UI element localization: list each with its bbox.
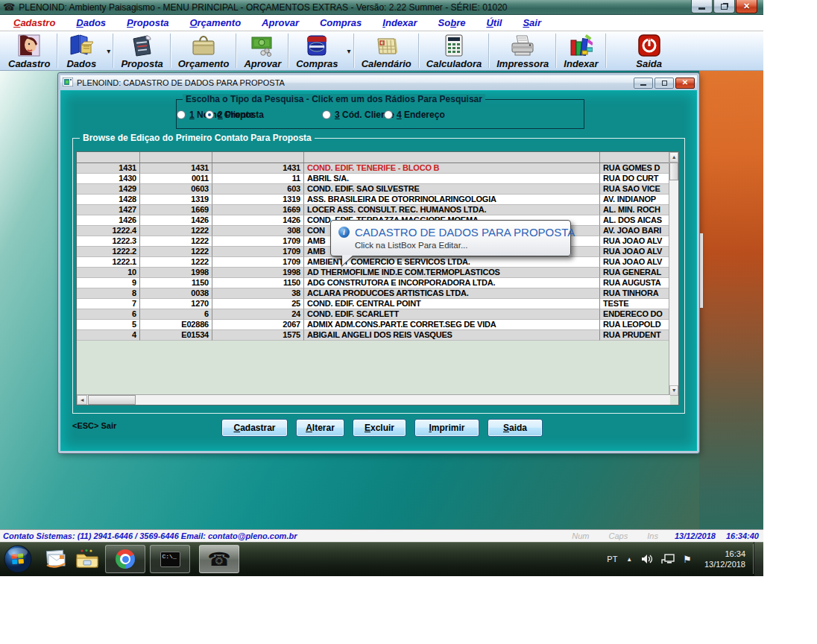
toolbar-calculadora-button[interactable]: Calculadora <box>420 31 488 70</box>
main-titlebar[interactable]: ☎ PLENOIND: Ambienty Paisagismo - MENU P… <box>0 0 763 15</box>
volume-icon[interactable] <box>641 554 653 564</box>
radio-icon <box>322 110 331 119</box>
window-title: PLENOIND: Ambienty Paisagismo - MENU PRI… <box>19 2 507 13</box>
toolbar-compras-button[interactable]: Compras <box>289 31 344 70</box>
child-restore-button[interactable] <box>654 78 674 89</box>
cell-proposta: 1430 <box>77 174 140 184</box>
menu-item-dados[interactable]: Dados <box>66 17 116 28</box>
start-button[interactable] <box>3 544 33 574</box>
cell-proposta: 1222.1 <box>77 257 140 268</box>
toolbar-aprovar-button[interactable]: Aprovar <box>237 31 288 70</box>
table-row[interactable]: 1431 1431 1431 COND. EDIF. TENERIFE - BL… <box>77 163 669 174</box>
menu-item-cadastro[interactable]: Cadastro <box>3 17 66 28</box>
grid-header-cell[interactable] <box>77 152 140 162</box>
mail-app-icon[interactable] <box>43 544 69 574</box>
excluir-button[interactable]: Excluir <box>353 419 406 437</box>
menu-item-util[interactable]: Útil <box>476 17 512 28</box>
close-button[interactable]: ✕ <box>736 0 757 13</box>
show-desktop-button[interactable] <box>754 542 763 576</box>
compras-dropdown-arrow-icon[interactable]: ▾ <box>345 47 353 55</box>
menu-item-aprovar[interactable]: Aprovar <box>251 17 309 28</box>
alterar-button[interactable]: Alterar <box>296 419 344 437</box>
vertical-scrollbar[interactable]: ▲ ▼ <box>669 152 678 396</box>
vertical-scroll-thumb[interactable] <box>669 162 678 180</box>
table-row[interactable]: 4 E01534 1575 ABIGAIL ANGELI DOS REIS VA… <box>77 330 669 341</box>
menu-item-indexar[interactable]: Indexar <box>372 17 427 28</box>
table-row[interactable]: 9 1150 1150 ADG CONSTRUTORA E INCORPORAD… <box>77 278 669 288</box>
language-indicator[interactable]: PT <box>607 555 617 564</box>
cell-nome-cliente: COND. EDIF. SCARLETT <box>304 309 600 320</box>
cell-proposta: 1426 <box>77 215 140 226</box>
toolbar-cadastro-button[interactable]: Cadastro <box>1 31 57 70</box>
child-minimize-button[interactable] <box>634 78 653 89</box>
toolbar-proposta-button[interactable]: Proposta <box>114 31 169 70</box>
toolbar-impressora-button[interactable]: Impressora <box>490 31 555 70</box>
horizontal-scrollbar[interactable]: ◄ <box>77 394 670 405</box>
menu-item-proposta[interactable]: Proposta <box>116 17 179 28</box>
grid-header-cell[interactable] <box>304 152 600 162</box>
grid-header-cell[interactable] <box>600 152 669 162</box>
toolbar-indexar-button[interactable]: Indexar <box>557 31 605 70</box>
table-row[interactable]: 1428 1319 1319 ASS. BRASILEIRA DE OTORRI… <box>77 195 669 205</box>
menu-item-sair[interactable]: Sair <box>512 17 552 28</box>
cell-proposta: 1222.4 <box>77 226 140 236</box>
cell-nome-cliente: LOCER ASS. CONSULT. REC. HUMANOS LTDA. <box>304 205 600 215</box>
menu-item-compras[interactable]: Compras <box>309 17 372 28</box>
scroll-down-arrow-icon[interactable]: ▼ <box>669 385 678 396</box>
menu-item-sobre[interactable]: Sobre <box>428 17 476 28</box>
minimize-button[interactable] <box>691 0 713 13</box>
plenoind-task-button[interactable]: ☎ <box>199 545 239 573</box>
toolbar-saida-button[interactable]: Saida <box>626 31 672 70</box>
command-prompt-task-button[interactable]: C:\_ <box>150 545 190 573</box>
toolbar-gap <box>607 31 626 70</box>
tray-expand-arrow-icon[interactable]: ▲ <box>626 556 632 563</box>
table-row[interactable]: 7 1270 25 COND. EDIF. CENTRAL POINT TEST… <box>77 299 669 309</box>
cell-cliente-num: 11 <box>212 174 304 184</box>
cell-endereco: AL. DOS AICAS <box>600 215 669 226</box>
cell-contrato: 0011 <box>140 174 212 184</box>
toolbar-calendario-button[interactable]: Calendário <box>355 31 418 70</box>
table-row[interactable]: 1429 0603 603 COND. EDIF. SAO SILVESTRE … <box>77 184 669 195</box>
cell-endereco: RUA DO CURT <box>600 174 669 184</box>
table-row[interactable]: 5 E02886 2067 ADMIX ADM.CONS.PART.E CORR… <box>77 320 669 330</box>
table-row[interactable]: 1430 0011 11 ABRIL S/A. RUA DO CURT <box>77 174 669 184</box>
radio-icon <box>205 110 214 119</box>
scroll-left-arrow-icon[interactable]: ◄ <box>77 395 87 405</box>
table-row[interactable]: 6 6 24 COND. EDIF. SCARLETT ENDERECO DO <box>77 309 669 320</box>
menu-item-orcamento[interactable]: Orçamento <box>179 17 251 28</box>
taskbar-clock[interactable]: 16:34 13/12/2018 <box>704 549 745 569</box>
esc-hint-label: <ESC> Sair <box>72 421 116 430</box>
explorer-folder-icon[interactable] <box>75 544 100 574</box>
table-row[interactable]: 8 0038 38 ACLARA PRODUCOES ARTISTICAS LT… <box>77 288 669 299</box>
cell-contrato: 6 <box>140 309 212 320</box>
cell-cliente-num: 1431 <box>212 163 304 174</box>
action-center-flag-icon[interactable]: ⚑ <box>683 554 692 565</box>
cell-nome-cliente: COND. EDIF. SAO SILVESTRE <box>304 184 600 195</box>
toolbar-orcamento-button[interactable]: Orçamento <box>171 31 236 70</box>
toolbar-dados-button[interactable]: Dados <box>58 31 104 70</box>
network-icon[interactable] <box>661 554 675 564</box>
proposta-document-icon <box>131 33 154 58</box>
restore-icon <box>721 4 728 10</box>
restore-button[interactable] <box>713 0 735 13</box>
radio-icon <box>384 110 393 119</box>
horizontal-scroll-thumb[interactable] <box>88 395 136 405</box>
search-radio-option[interactable]: 2 Proposta <box>205 110 264 120</box>
cell-contrato: 1431 <box>140 163 212 174</box>
chrome-task-button[interactable] <box>105 545 145 573</box>
search-radio-option[interactable]: 4 Endereço <box>384 110 445 120</box>
grid-header-cell[interactable] <box>140 152 212 162</box>
table-row[interactable]: 10 1998 1998 AD THERMOFILME IND.E COM.TE… <box>77 268 669 278</box>
scroll-up-arrow-icon[interactable]: ▲ <box>669 152 678 162</box>
child-titlebar[interactable]: PLENOIND: CADASTRO DE DADOS PARA PROPOST… <box>60 75 697 90</box>
cadastrar-button[interactable]: Cadastrar <box>221 419 288 437</box>
table-row[interactable]: 1222.1 1222 1709 AMBIENTY COMERCIO E SER… <box>77 257 669 268</box>
saida-button[interactable]: Saida <box>488 419 543 437</box>
child-window-title: PLENOIND: CADASTRO DE DADOS PARA PROPOST… <box>77 78 285 87</box>
grid-header-cell[interactable] <box>212 152 304 162</box>
dados-dropdown-arrow-icon[interactable]: ▾ <box>104 47 113 55</box>
table-row[interactable]: 1427 1669 1669 LOCER ASS. CONSULT. REC. … <box>77 205 669 215</box>
child-close-button[interactable]: ✕ <box>675 78 695 89</box>
cell-contrato: 1319 <box>140 195 212 205</box>
imprimir-button[interactable]: Imprimir <box>414 419 479 437</box>
